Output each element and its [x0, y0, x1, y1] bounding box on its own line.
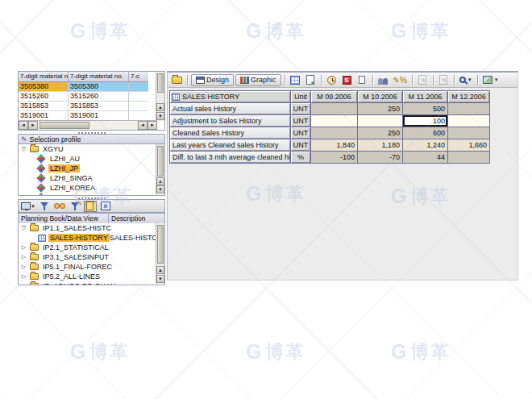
filter-button[interactable] — [38, 201, 51, 212]
value-cell[interactable] — [448, 103, 489, 114]
value-cell[interactable]: 600 — [403, 127, 447, 139]
material-cell[interactable]: 3505380 — [19, 82, 69, 92]
scroll-up-button[interactable]: ▲ — [156, 177, 164, 185]
scroll-thumb[interactable] — [157, 146, 164, 177]
unit-cell: % — [291, 152, 310, 163]
value-cell[interactable]: -70 — [358, 152, 402, 163]
value-cell[interactable]: 250 — [358, 103, 402, 114]
scroll-left-button[interactable]: ◄ — [19, 121, 28, 130]
value-cell[interactable] — [311, 115, 357, 127]
scroll-thumb[interactable] — [39, 122, 89, 129]
scroll-up-button[interactable]: ▲ — [156, 103, 164, 111]
scroll-down-button[interactable]: ▼ — [156, 112, 164, 120]
scroll-thumb[interactable] — [157, 225, 164, 264]
period-button[interactable] — [325, 73, 339, 86]
scroll-down-button[interactable]: ▼ — [156, 185, 164, 193]
design-button[interactable]: Design — [191, 74, 234, 86]
collaboration-button[interactable] — [376, 73, 390, 86]
value-cell[interactable] — [448, 152, 489, 163]
material-cell[interactable]: 3515853 — [19, 102, 69, 111]
table-view-button[interactable] — [289, 73, 302, 86]
value-cell[interactable] — [358, 115, 402, 127]
value-cell[interactable] — [311, 103, 357, 114]
material-row[interactable]: 35152603515260 — [19, 92, 164, 102]
expander-open-icon[interactable]: ▽ — [20, 225, 27, 231]
scroll-thumb[interactable] — [157, 73, 164, 93]
value-cell[interactable] — [311, 127, 357, 139]
expander-closed-icon[interactable]: ▷ — [20, 254, 27, 260]
expander-closed-icon[interactable]: ▷ — [20, 273, 27, 280]
material-row[interactable]: 35158533515853 — [19, 102, 164, 111]
simulation-button[interactable]: S — [340, 73, 354, 86]
zoom-menu-button[interactable]: ▼ — [458, 73, 474, 86]
scroll-up-button[interactable]: ▲ — [156, 266, 164, 274]
planning-book-item[interactable]: ▷IP2.1_STATISTICAL — [19, 243, 164, 252]
expander-closed-icon[interactable]: ▷ — [20, 283, 27, 285]
planning-book-item[interactable]: ▷IP5.2_ALL-LINES — [19, 272, 164, 281]
planning-book-label: IP_ADHOC-FG-QUAN — [41, 282, 118, 285]
material-cell[interactable] — [129, 102, 148, 111]
value-cell[interactable]: -100 — [311, 152, 357, 163]
selection-profile-item[interactable]: LZHI_JP — [19, 164, 164, 173]
copy-results-button[interactable] — [304, 73, 318, 86]
value-cell[interactable]: 250 — [358, 127, 402, 139]
materials-column-header[interactable]: 7-c — [129, 72, 148, 82]
value-cell[interactable]: 44 — [403, 152, 447, 163]
selection-profile-label: LZHI_AU — [48, 155, 81, 163]
logo-letter: G — [70, 340, 85, 363]
planning-book-item[interactable]: ▷IP_ADHOC-FG-QUAN — [19, 281, 164, 285]
material-cell[interactable]: 3515260 — [69, 92, 129, 102]
expander-open-icon[interactable]: ▽ — [20, 146, 27, 152]
value-cell[interactable]: 100 — [403, 115, 447, 127]
expander-closed-icon[interactable]: ▷ — [20, 244, 27, 251]
data-view-item[interactable]: SALES-HISTORYSALES-HISTORY — [19, 233, 164, 243]
scroll-down-button[interactable]: ▼ — [156, 275, 164, 283]
scroll-left-button[interactable]: ◄ — [138, 121, 148, 130]
material-cell[interactable]: 3505380 — [69, 82, 129, 92]
planning-book-item[interactable]: ▷IP5.1_FINAL-FOREC — [19, 262, 164, 272]
find-button[interactable] — [53, 201, 66, 212]
selection-profile-item[interactable]: LZHI_AU — [19, 154, 164, 164]
materials-column-header[interactable]: 7-digit material n.. — [19, 72, 69, 82]
graphic-button[interactable]: Graphic — [235, 74, 281, 86]
description-column-header[interactable]: Description — [109, 214, 164, 223]
selection-profile-item[interactable]: LZHI_INDIAN — [19, 193, 164, 196]
materials-hscrollbar[interactable]: ◄ ► ◄ ► — [19, 120, 157, 130]
value-cell[interactable]: 1,180 — [358, 139, 402, 151]
material-cell[interactable]: 3515260 — [19, 92, 69, 102]
selection-tree-vscrollbar[interactable]: ▲▼ — [156, 144, 164, 194]
material-cell[interactable] — [129, 92, 148, 102]
display-variant-button[interactable]: ▼ — [21, 201, 35, 212]
chart-menu-button[interactable]: ▼ — [481, 73, 501, 86]
scroll-right-button[interactable]: ► — [148, 121, 157, 130]
selection-root-label: XGYU — [41, 145, 65, 153]
selection-profile-item[interactable]: LZHI_KOREA — [19, 183, 164, 193]
selection-profile-item[interactable]: LZHI_SINGA — [19, 173, 164, 183]
value-cell[interactable]: 1,240 — [403, 139, 447, 151]
edit-percent-button[interactable]: ✎% — [392, 73, 409, 86]
edit-filter-button[interactable]: ✎ — [69, 201, 81, 212]
value-cell[interactable]: 1,840 — [311, 139, 357, 151]
value-cell[interactable] — [448, 115, 489, 127]
planning-tree-vscrollbar[interactable]: ▲▼ — [156, 223, 164, 284]
note-small-button[interactable] — [355, 73, 369, 86]
material-row[interactable]: 35053803505380 — [19, 82, 164, 92]
material-cell[interactable]: 3515853 — [69, 102, 129, 111]
materials-vscrollbar[interactable]: ▲ ▼ — [156, 72, 164, 121]
planning-book-item[interactable]: ▷IP3.1_SALESINPUT — [19, 252, 164, 262]
value-cell[interactable] — [448, 127, 489, 139]
materials-column-header[interactable]: 7-digit material no. — [69, 72, 129, 82]
selection-profile-label: LZHI_JP — [48, 164, 80, 172]
expander-closed-icon[interactable]: ▷ — [20, 264, 27, 270]
scroll-right-button[interactable]: ► — [28, 121, 38, 130]
value-cell[interactable]: 1,660 — [448, 139, 489, 151]
material-cell[interactable] — [129, 82, 148, 92]
note-icon — [86, 202, 94, 210]
value-cell[interactable]: 500 — [403, 103, 447, 114]
planning-book-column-header[interactable]: Planning Book/Data View — [19, 214, 109, 223]
selection-root-node[interactable]: ▽XGYU — [19, 144, 164, 154]
notes-button[interactable] — [84, 201, 97, 212]
planning-book-root-node[interactable]: ▽IP1.1_SALES-HISTC — [19, 223, 164, 233]
open-button[interactable] — [170, 73, 184, 86]
close-selection-button[interactable]: × — [99, 201, 112, 212]
